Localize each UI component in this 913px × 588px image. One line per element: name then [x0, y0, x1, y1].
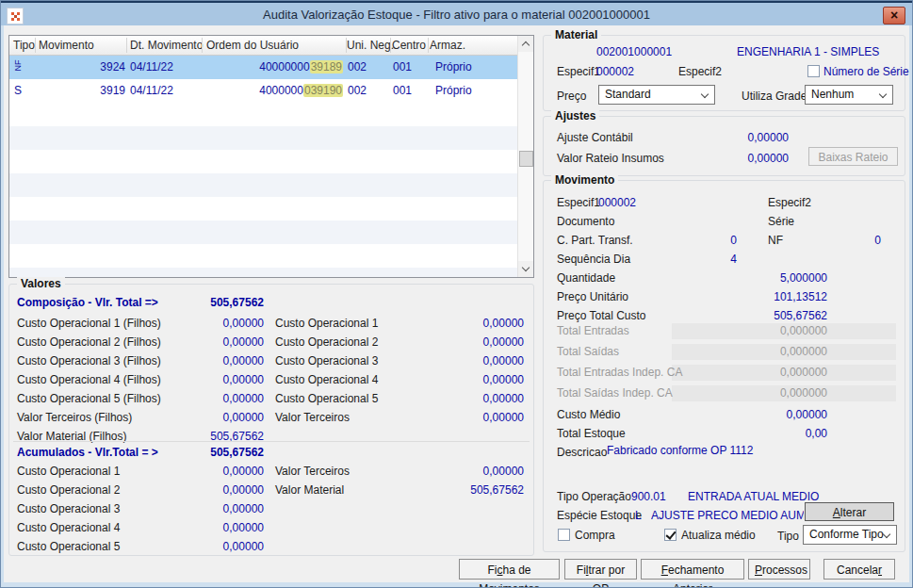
title-bar[interactable]: Audita Valorização Estoque - Filtro ativ…	[1, 1, 912, 25]
cpart-label: C. Part. Transf.	[557, 234, 633, 247]
documento-label: Documento	[557, 215, 614, 228]
alterar-especie-button[interactable]: Alterar Espécie	[805, 502, 894, 521]
close-button[interactable]: ×	[883, 7, 905, 24]
field-value: 0,00000	[418, 465, 524, 479]
scroll-up-icon[interactable]	[518, 36, 534, 52]
field-value: 0,00000	[158, 502, 264, 516]
valores-group: Valores Composição - Vlr. Total => 505,6…	[8, 284, 534, 556]
field-label: Valor Terceiros	[275, 465, 350, 478]
nf-label: NF	[768, 234, 783, 247]
row-uni-neg: 002	[348, 60, 367, 74]
row-centro: 001	[393, 84, 412, 98]
tipo-select[interactable]: Conforme Tipo	[803, 525, 897, 545]
tipo-operacao-code: 900.01	[631, 490, 666, 503]
field-label: Custo Operacional 5	[275, 392, 378, 405]
descricao-label: Descricao	[557, 446, 607, 459]
chevron-down-icon	[883, 531, 890, 538]
ajustes-group: Ajustes Ajuste Contábil0,00000 Valor Rat…	[543, 116, 905, 176]
col-header-centro[interactable]: Centro	[392, 39, 426, 53]
field-value: 0,00000	[418, 317, 524, 331]
cpart-value: 0	[676, 234, 737, 248]
field-value: 0,00000	[158, 411, 264, 425]
material-description: ENGENHARIA 1 - SIMPLES	[737, 45, 879, 58]
preco-select[interactable]: Standard	[598, 85, 715, 105]
window-border-left	[1, 25, 4, 587]
valor-rateio-value: 0,00000	[689, 152, 789, 166]
field-value: 0,00000	[158, 521, 264, 535]
cancelar-button[interactable]: Cancelar	[823, 559, 895, 580]
col-header-dt-movimento[interactable]: Dt. Movimento	[130, 39, 203, 53]
row-data: 04/11/22	[130, 60, 173, 74]
table-row[interactable]: S 3919 04/11/22 4000000039190 002 001 Pr…	[9, 79, 517, 103]
processos-button[interactable]: Processos	[748, 559, 810, 580]
table-row[interactable]: NF 3924 04/11/22 4000000039189 002 001 P…	[9, 56, 517, 79]
table-row-empty	[9, 150, 517, 173]
especif1-value: 000002	[596, 65, 634, 78]
col-header-armaz[interactable]: Armaz.	[430, 39, 465, 53]
field-value: 0,00000	[418, 373, 524, 387]
total-entradas-indep-value: 0,000000	[713, 366, 827, 380]
nf-value: 0	[807, 234, 881, 248]
field-value: 0,00000	[418, 392, 524, 406]
field-label: Custo Operacional 4 (Filhos)	[17, 373, 161, 386]
especif1-value: 000002	[598, 196, 636, 209]
row-armaz: Próprio	[435, 84, 472, 98]
material-code: 002001000001	[596, 45, 672, 58]
filtrar-por-op-button[interactable]: Filtrar por OP	[564, 559, 637, 580]
sequencia-dia-label: Sequência Dia	[557, 253, 630, 266]
row-armaz: Próprio	[435, 60, 472, 74]
field-label: Custo Operacional 4	[17, 521, 120, 534]
preco-unitario-label: Preço Unitário	[557, 290, 628, 303]
row-data: 04/11/22	[130, 84, 173, 98]
numero-serie-checkbox[interactable]	[807, 65, 820, 77]
field-value: 0,00000	[158, 373, 264, 387]
col-header-movimento[interactable]: Movimento	[39, 39, 94, 53]
total-estoque-label: Total Estoque	[557, 427, 626, 440]
utiliza-grade-select[interactable]: Nenhum	[805, 85, 893, 105]
col-header-ordem[interactable]: Ordem do Usuário	[206, 39, 299, 53]
atualiza-medio-checkbox[interactable]	[664, 529, 677, 541]
field-value: 0,00000	[158, 483, 264, 498]
field-value: 0,00000	[418, 335, 524, 350]
total-entradas-indep-label: Total Entradas Indep. CA	[557, 366, 682, 379]
row-ordem: 4000000039190	[202, 84, 343, 98]
composicao-heading: Composição - Vlr. Total => 505,67562	[17, 296, 264, 311]
field-label: Custo Operacional 3	[275, 354, 378, 368]
field-label: Custo Operacional 1 (Filhos)	[17, 317, 161, 330]
field-label: Custo Operacional 4	[275, 373, 378, 386]
col-header-tipo[interactable]: Tipo	[13, 39, 35, 53]
valor-rateio-label: Valor Rateio Insumos	[557, 152, 664, 165]
tipo-operacao-label: Tipo Operação	[557, 490, 631, 503]
total-estoque-value: 0,00	[713, 427, 827, 441]
quantidade-label: Quantidade	[557, 271, 615, 285]
especif1-label: Especif1	[557, 65, 600, 78]
especie-estoque-desc: AJUSTE PRECO MEDIO AUMENTA	[651, 509, 804, 522]
field-value: 0,00000	[158, 317, 264, 331]
field-value: 0,00000	[158, 354, 264, 368]
scrollbar-thumb[interactable]	[519, 151, 533, 167]
table-row-empty	[9, 244, 517, 268]
dialog-window: Audita Valorização Estoque - Filtro ativ…	[0, 0, 913, 588]
sequencia-dia-value: 4	[676, 253, 737, 267]
ordem-highlight: 039190	[303, 84, 343, 97]
chevron-down-icon	[701, 90, 709, 98]
total-saidas-value: 0,000000	[713, 345, 827, 359]
field-value: 0,00000	[158, 335, 264, 350]
field-label: Custo Operacional 2	[275, 335, 378, 349]
scroll-down-icon[interactable]	[518, 261, 534, 277]
row-ordem: 4000000039189	[202, 60, 343, 74]
especie-estoque-code: L	[635, 509, 642, 522]
utiliza-grade-label: Utiliza Grade	[742, 90, 807, 103]
total-saidas-label: Total Saídas	[557, 345, 619, 358]
compra-checkbox[interactable]	[558, 529, 570, 541]
ajuste-contabil-label: Ajuste Contábil	[557, 131, 633, 144]
field-label: Custo Operacional 1	[17, 465, 120, 478]
table-row-empty	[9, 220, 517, 244]
row-centro: 001	[393, 60, 412, 74]
ficha-de-movimentos-button[interactable]: Ficha de Movimentos	[459, 559, 560, 580]
fechamento-anterior-button[interactable]: Fechamento Anterior	[641, 559, 744, 580]
field-label: Valor Terceiros	[275, 411, 350, 424]
col-header-uni-neg[interactable]: Uni. Neg.	[347, 39, 394, 53]
quantidade-value: 5,000000	[713, 271, 827, 286]
table-scrollbar[interactable]	[517, 36, 533, 277]
